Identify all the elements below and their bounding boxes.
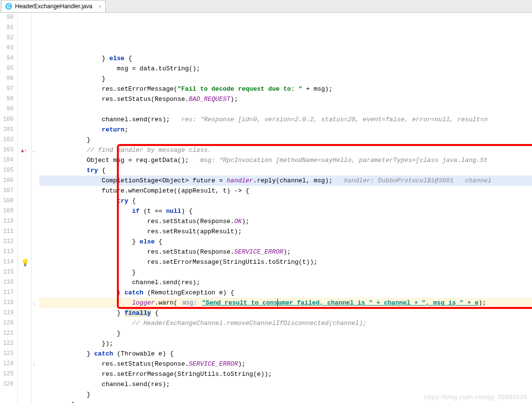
code-line[interactable]: } <box>39 328 532 339</box>
code-token: { <box>155 238 162 245</box>
code-line[interactable]: res.setErrorMessage(StringUtils.toString… <box>39 257 532 267</box>
line-number: 125 <box>0 369 14 379</box>
code-token: try <box>117 197 128 205</box>
fold-handle-icon[interactable]: └ <box>32 300 35 310</box>
fold-handle-icon[interactable]: ⌐ <box>32 147 35 157</box>
line-number: 124 <box>0 359 14 369</box>
code-token: SERVICE_ERROR <box>234 248 283 256</box>
code-token: handler: DubboProtocol$1@3681 channel <box>344 177 491 184</box>
code-token: toString <box>223 371 253 378</box>
line-number: 92 <box>0 33 14 43</box>
text-caret <box>277 299 278 306</box>
code-token: res: "Response [id=0, version=2.0.2, sta… <box>181 116 488 123</box>
fold-handle-icon[interactable]: └ <box>32 361 35 371</box>
line-number: 104 <box>0 155 14 165</box>
line-number: 96 <box>0 74 14 84</box>
code-token: res.setStatus(Response. <box>147 248 234 256</box>
line-number: 123 <box>0 349 14 359</box>
code-line[interactable]: } <box>39 74 532 84</box>
code-token: ); <box>242 218 249 225</box>
code-line[interactable]: try { <box>39 165 532 176</box>
code-line[interactable]: } catch (RemotingException e) { <box>39 288 532 298</box>
code-token: + e <box>464 299 479 306</box>
code-token: catch <box>125 289 144 296</box>
line-number: 113 <box>0 247 14 257</box>
code-token: } <box>102 75 106 82</box>
code-token: (t == <box>140 208 166 215</box>
code-line[interactable]: } else { <box>39 53 532 64</box>
code-token: res.setStatus(Response. <box>102 360 189 368</box>
intention-bulb-icon[interactable]: 💡 <box>21 258 29 268</box>
line-number: 112 <box>0 237 14 247</box>
code-line[interactable]: channel.send(res); <box>39 379 532 389</box>
code-token: channel.send(res); <box>102 116 181 123</box>
code-line[interactable]: } <box>39 267 532 277</box>
line-number: 103 <box>0 145 14 155</box>
code-line[interactable]: channel.send(res); <box>39 277 532 288</box>
code-line[interactable]: channel.send(res); res: "Response [id=0,… <box>39 114 532 125</box>
code-line[interactable]: // HeaderExchangeChannel.removeChannelIf… <box>39 318 532 328</box>
code-line[interactable]: msg = data.toString(); <box>39 64 532 74</box>
code-token: "Send result to cons <box>202 299 277 306</box>
code-line[interactable]: } <box>39 389 532 400</box>
code-token: channel.send(res); <box>132 279 200 286</box>
code-token: (e)); <box>253 371 272 378</box>
line-number: 109 <box>0 206 14 216</box>
code-token: } <box>117 330 121 337</box>
code-token: logger <box>132 299 155 306</box>
code-line[interactable]: }); <box>39 339 532 349</box>
code-token: res.setErrorMessage(StringUtils. <box>147 258 268 266</box>
code-token: res.setStatus(Response. <box>102 96 189 103</box>
tab-bar: C HeaderExchangeHandler.java × <box>0 0 532 13</box>
editor: 9091929394959697989910010110210310410510… <box>0 13 532 403</box>
code-line[interactable]: } else { <box>39 237 532 247</box>
code-line[interactable]: Object msg = req.getData(); msg: "RpcInv… <box>39 155 532 165</box>
code-line[interactable]: CompletionStage<Object> future = handler… <box>39 176 532 186</box>
code-token: else <box>109 55 124 62</box>
code-line[interactable]: res.setStatus(Response.SERVICE_ERROR); <box>39 247 532 257</box>
code-token: ); <box>479 299 486 306</box>
tab-title: HeaderExchangeHandler.java <box>15 3 92 10</box>
code-line[interactable]: res.setResult(appResult); <box>39 226 532 237</box>
code-line[interactable]: res.setStatus(Response.SERVICE_ERROR); <box>39 359 532 369</box>
java-class-icon: C <box>5 3 12 10</box>
code-line[interactable] <box>39 104 532 114</box>
code-token: finally <box>125 309 151 317</box>
code-token: return <box>102 126 125 133</box>
code-token: } <box>132 269 136 276</box>
code-line[interactable]: } <box>39 400 532 403</box>
code-line[interactable]: res.setStatus(Response.OK); <box>39 216 532 226</box>
code-token: } <box>132 238 140 245</box>
code-token: Object msg = req.getData(); <box>87 157 200 164</box>
code-line[interactable]: res.setStatus(Response.BAD_REQUEST); <box>39 94 532 104</box>
code-token: { <box>125 55 132 62</box>
code-area[interactable]: https://blog.csdn.net/qq_35695616 } else… <box>39 13 532 403</box>
code-token: } <box>87 136 91 144</box>
code-token: msg = data.toString(); <box>117 65 200 72</box>
code-token: ; <box>125 126 129 133</box>
code-line[interactable]: return; <box>39 125 532 135</box>
editor-tab[interactable]: C HeaderExchangeHandler.java × <box>1 0 106 12</box>
code-line[interactable]: logger.warn( msg: "Send result to consum… <box>39 298 532 308</box>
code-token: // find handler by message class. <box>87 146 211 154</box>
code-line[interactable]: if (t == null) { <box>39 206 532 216</box>
code-line[interactable]: res.setErrorMessage(StringUtils.toString… <box>39 369 532 379</box>
code-token: CompletionStage<Object> future = <box>102 177 226 184</box>
code-line[interactable]: // find handler by message class. <box>39 145 532 155</box>
breakpoint-icon[interactable]: ▲↑ <box>21 146 27 156</box>
code-line[interactable]: } <box>39 135 532 145</box>
code-line[interactable]: } finally { <box>39 308 532 318</box>
line-number: 121 <box>0 328 14 339</box>
code-line[interactable]: } catch (Throwable e) { <box>39 349 532 359</box>
code-token: } <box>102 55 110 62</box>
code-line[interactable]: res.setErrorMessage("Fail to decode requ… <box>39 84 532 94</box>
close-icon[interactable]: × <box>98 3 101 9</box>
code-token: try <box>87 167 98 174</box>
code-token: msg: "RpcInvocation [methodName=sayHello… <box>200 157 488 164</box>
code-line[interactable]: try { <box>39 196 532 206</box>
code-token: } <box>87 350 95 357</box>
code-token: .warn( <box>155 299 181 306</box>
code-line[interactable]: future.whenComplete((appResult, t) -> { <box>39 186 532 196</box>
code-token: ); <box>283 248 291 256</box>
line-number: 107 <box>0 186 14 196</box>
